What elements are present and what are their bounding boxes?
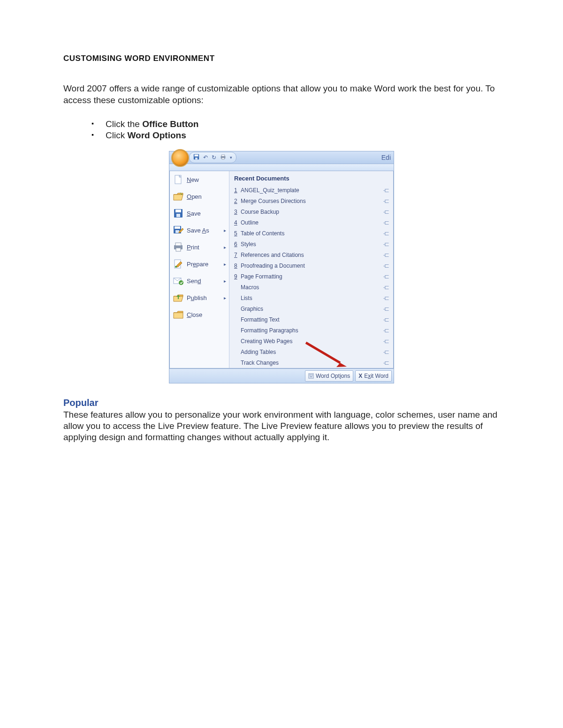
recent-doc-name: Styles xyxy=(241,241,383,248)
recent-doc-name: Macros xyxy=(241,284,383,291)
undo-icon[interactable]: ↶ xyxy=(203,154,208,161)
office-menu-screenshot: ↶ ↻ ▾ Edi NewOpenSaveSave As▸Print▸Prepa… xyxy=(169,151,394,383)
recent-document-item[interactable]: 5Table of Contents-⊏ xyxy=(229,228,393,239)
recent-doc-number: 5 xyxy=(234,230,241,237)
recent-document-item[interactable]: 4Outline-⊏ xyxy=(229,217,393,228)
recent-doc-name: Graphics xyxy=(241,306,383,312)
svg-rect-23 xyxy=(309,374,313,378)
recent-document-item[interactable]: 1ANGEL_Quiz_template-⊏ xyxy=(229,185,393,195)
print-icon xyxy=(173,242,184,252)
recent-doc-name: Course Backup xyxy=(241,209,383,215)
submenu-arrow-icon: ▸ xyxy=(224,228,226,233)
menu-item-prepare[interactable]: Prepare▸ xyxy=(170,255,229,272)
menu-item-print[interactable]: Print▸ xyxy=(170,239,229,255)
svg-rect-26 xyxy=(310,376,312,377)
recent-document-item[interactable]: Macros-⊏ xyxy=(229,282,393,293)
recent-document-item[interactable]: Adding Tables-⊏ xyxy=(229,346,393,357)
recent-documents-panel: Recent Documents 1ANGEL_Quiz_template-⊏2… xyxy=(229,171,393,368)
svg-rect-9 xyxy=(175,210,181,212)
pin-icon[interactable]: -⊏ xyxy=(383,219,388,226)
office-menu-footer: Word Options X Exit Word xyxy=(169,368,394,383)
svg-rect-15 xyxy=(175,243,181,246)
menu-item-open[interactable]: Open xyxy=(170,188,229,205)
page-title: CUSTOMISING WORD ENVIRONMENT xyxy=(63,54,500,63)
pin-icon[interactable]: -⊏ xyxy=(383,273,388,280)
saveas-icon xyxy=(173,225,184,235)
svg-point-24 xyxy=(310,375,311,376)
pin-icon[interactable]: -⊏ xyxy=(383,251,388,258)
recent-doc-name: ANGEL_Quiz_template xyxy=(241,187,383,194)
pin-icon[interactable]: -⊏ xyxy=(383,348,388,355)
recent-doc-number: 6 xyxy=(234,241,241,248)
pin-icon[interactable]: -⊏ xyxy=(383,197,388,204)
pin-icon[interactable]: -⊏ xyxy=(383,208,388,215)
svg-point-25 xyxy=(312,375,313,376)
open-icon xyxy=(173,191,184,202)
ribbon-strip xyxy=(169,164,394,171)
submenu-arrow-icon: ▸ xyxy=(224,262,226,267)
save-icon[interactable] xyxy=(193,154,199,161)
recent-doc-name: Lists xyxy=(241,295,383,301)
recent-document-item[interactable]: 6Styles-⊏ xyxy=(229,239,393,249)
print-icon[interactable] xyxy=(220,154,226,161)
title-bar: ↶ ↻ ▾ Edi xyxy=(169,151,394,164)
menu-item-new[interactable]: New xyxy=(170,171,229,188)
recent-doc-number: 4 xyxy=(234,219,241,226)
menu-item-publish[interactable]: Publish▸ xyxy=(170,289,229,306)
pin-icon[interactable]: -⊏ xyxy=(383,262,388,269)
submenu-arrow-icon: ▸ xyxy=(224,245,226,250)
popular-body: These features allow you to personalize … xyxy=(63,409,500,443)
pin-icon[interactable]: -⊏ xyxy=(383,187,388,194)
recent-document-item[interactable]: 8Proofreading a Document-⊏ xyxy=(229,260,393,271)
svg-rect-16 xyxy=(176,248,181,251)
recent-document-item[interactable]: Lists-⊏ xyxy=(229,293,393,303)
menu-item-save-as[interactable]: Save As▸ xyxy=(170,222,229,239)
pin-icon[interactable]: -⊏ xyxy=(383,338,388,345)
recent-doc-number: 9 xyxy=(234,273,241,280)
recent-doc-number: 1 xyxy=(234,187,241,194)
word-options-button[interactable]: Word Options xyxy=(305,370,353,382)
recent-documents-list: 1ANGEL_Quiz_template-⊏2Merge Courses Dir… xyxy=(229,185,393,368)
recent-document-item[interactable]: Formatting Text-⊏ xyxy=(229,314,393,325)
recent-document-item[interactable]: Creating Web Pages-⊏ xyxy=(229,336,393,346)
recent-document-item[interactable]: 7References and Citations-⊏ xyxy=(229,249,393,260)
recent-doc-number: 2 xyxy=(234,198,241,204)
menu-item-send[interactable]: Send▸ xyxy=(170,272,229,289)
pin-icon[interactable]: -⊏ xyxy=(383,305,388,312)
recent-document-item[interactable]: 3Course Backup-⊏ xyxy=(229,206,393,217)
recent-doc-number: 3 xyxy=(234,209,241,215)
recent-doc-name: Merge Courses Directions xyxy=(241,198,383,204)
pin-icon[interactable]: -⊏ xyxy=(383,359,388,366)
recent-document-item[interactable]: 9Page Formatting-⊏ xyxy=(229,271,393,282)
pin-icon[interactable]: -⊏ xyxy=(383,316,388,323)
menu-item-label: Publish xyxy=(187,294,207,301)
prepare-icon xyxy=(173,259,184,269)
recent-doc-name: Formatting Paragraphs xyxy=(241,327,383,334)
redo-icon[interactable]: ↻ xyxy=(212,154,216,161)
exit-word-button[interactable]: X Exit Word xyxy=(355,370,392,382)
send-icon xyxy=(173,276,184,286)
title-text-fragment: Edi xyxy=(381,154,394,161)
menu-item-save[interactable]: Save xyxy=(170,205,229,222)
pin-icon[interactable]: -⊏ xyxy=(383,240,388,248)
menu-item-label: Prepare xyxy=(187,261,208,268)
step-item: Click the Office Button xyxy=(91,119,500,129)
recent-doc-name: Creating Web Pages xyxy=(241,338,383,345)
recent-document-item[interactable]: Track Changes-⊏ xyxy=(229,357,393,368)
new-icon xyxy=(173,174,184,185)
menu-item-close[interactable]: Close xyxy=(170,306,229,323)
qat-dropdown-icon[interactable]: ▾ xyxy=(230,155,232,160)
recent-doc-name: Proofreading a Document xyxy=(241,263,383,269)
svg-rect-10 xyxy=(176,214,180,217)
recent-doc-name: Track Changes xyxy=(241,360,383,366)
quick-access-toolbar[interactable]: ↶ ↻ ▾ xyxy=(189,152,236,163)
recent-document-item[interactable]: Formatting Paragraphs-⊏ xyxy=(229,325,393,336)
recent-document-item[interactable]: Graphics-⊏ xyxy=(229,303,393,314)
popular-heading: Popular xyxy=(63,398,500,408)
menu-item-label: Close xyxy=(187,311,202,318)
pin-icon[interactable]: -⊏ xyxy=(383,230,388,237)
pin-icon[interactable]: -⊏ xyxy=(383,284,388,291)
pin-icon[interactable]: -⊏ xyxy=(383,327,388,334)
pin-icon[interactable]: -⊏ xyxy=(383,294,388,301)
recent-document-item[interactable]: 2Merge Courses Directions-⊏ xyxy=(229,195,393,206)
